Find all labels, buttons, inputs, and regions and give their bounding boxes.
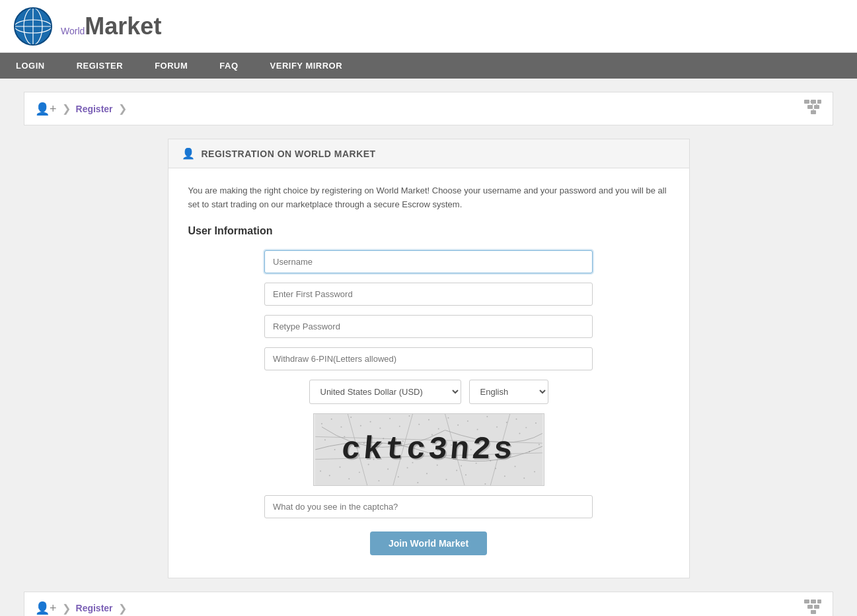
svg-point-68 (358, 471, 359, 473)
site-map-icon-bottom (803, 599, 822, 616)
section-title: User Information (188, 225, 669, 237)
nav-login[interactable]: LOGIN (0, 53, 61, 79)
svg-rect-97 (814, 605, 819, 609)
svg-rect-94 (811, 599, 816, 603)
breadcrumb-left: 👤+ ❯ Register ❯ (35, 102, 127, 116)
svg-point-64 (320, 470, 321, 471)
svg-point-36 (496, 426, 498, 427)
language-select[interactable]: English French Spanish (469, 380, 548, 404)
breadcrumb-bar-bottom: 👤+ ❯ Register ❯ (24, 592, 833, 616)
captcha-input-group (188, 495, 669, 518)
svg-point-61 (519, 432, 520, 434)
svg-point-79 (465, 474, 466, 475)
currency-select[interactable]: United States Dollar (USD) Euro (EUR) Bi… (309, 380, 461, 404)
svg-rect-10 (814, 105, 819, 109)
nav-verify-mirror[interactable]: VERIFY MIRROR (254, 53, 359, 79)
submit-row: Join World Market (188, 531, 669, 555)
svg-point-31 (447, 417, 449, 419)
svg-rect-93 (804, 599, 809, 603)
svg-point-19 (330, 418, 332, 419)
password-group (188, 283, 669, 306)
svg-point-27 (408, 415, 410, 417)
registration-card: 👤 REGISTRATION ON WORLD MARKET You are m… (168, 139, 690, 578)
svg-rect-96 (807, 605, 813, 609)
user-add-icon: 👤+ (35, 102, 57, 116)
nav-register[interactable]: REGISTER (61, 53, 139, 79)
svg-point-85 (523, 477, 525, 479)
svg-rect-8 (817, 100, 821, 104)
logo[interactable]: WorldMarket (13, 7, 161, 46)
card-body: You are making the right choice by regis… (168, 168, 689, 578)
svg-point-20 (340, 426, 342, 427)
svg-point-32 (457, 424, 459, 425)
password-input[interactable] (264, 283, 593, 306)
chevron-right-icon-2: ❯ (118, 102, 127, 115)
svg-point-84 (514, 465, 515, 467)
svg-point-86 (534, 471, 535, 472)
pin-group (188, 347, 669, 370)
svg-point-70 (378, 480, 379, 481)
breadcrumb-label-bottom: Register (76, 603, 113, 613)
svg-point-40 (535, 422, 537, 423)
svg-rect-95 (817, 599, 821, 603)
chevron-right-icon: ❯ (62, 102, 71, 115)
svg-point-22 (359, 425, 361, 426)
site-header: WorldMarket (0, 0, 857, 53)
svg-point-30 (437, 428, 439, 429)
svg-point-41 (324, 439, 325, 440)
nav-faq[interactable]: FAQ (204, 53, 254, 79)
svg-point-63 (538, 444, 539, 445)
breadcrumb-label: Register (76, 104, 113, 114)
logo-text: WorldMarket (61, 13, 161, 40)
logo-market: Market (85, 13, 161, 40)
svg-point-34 (476, 428, 478, 430)
svg-point-18 (321, 423, 322, 424)
svg-rect-6 (804, 100, 809, 104)
nav-forum[interactable]: FORUM (139, 53, 204, 79)
svg-point-71 (387, 468, 389, 469)
site-map-icon (803, 99, 822, 118)
svg-point-28 (418, 423, 420, 425)
svg-point-77 (445, 479, 447, 480)
breadcrumb-bar-top: 👤+ ❯ Register ❯ (24, 92, 833, 125)
svg-point-75 (426, 473, 428, 474)
svg-rect-98 (811, 610, 816, 614)
svg-point-42 (334, 449, 335, 450)
user-add-icon-bottom: 👤+ (35, 601, 57, 615)
svg-point-83 (503, 475, 505, 477)
svg-point-38 (515, 418, 517, 419)
svg-point-33 (466, 420, 468, 421)
navbar: LOGIN REGISTER FORUM FAQ VERIFY MIRROR (0, 53, 857, 79)
card-header: 👤 REGISTRATION ON WORLD MARKET (168, 139, 689, 168)
submit-button[interactable]: Join World Market (370, 531, 487, 555)
breadcrumb-left-bottom: 👤+ ❯ Register ❯ (35, 601, 127, 615)
svg-point-78 (456, 469, 457, 471)
card-header-icon: 👤 (182, 147, 195, 160)
retype-password-group (188, 315, 669, 338)
svg-point-35 (486, 416, 488, 417)
captcha-input[interactable] (264, 495, 593, 518)
captcha-image: cktc3n2s (313, 413, 544, 486)
svg-rect-7 (811, 100, 816, 104)
retype-password-input[interactable] (264, 315, 593, 338)
svg-point-29 (428, 419, 429, 420)
intro-text: You are making the right choice by regis… (188, 184, 669, 212)
svg-rect-11 (811, 110, 816, 114)
svg-point-81 (484, 483, 486, 485)
svg-point-65 (328, 475, 330, 476)
captcha-text: cktc3n2s (340, 432, 517, 467)
logo-world: World (61, 26, 85, 36)
svg-point-21 (350, 417, 352, 418)
svg-point-23 (369, 421, 371, 422)
svg-point-74 (417, 482, 418, 483)
chevron-right-icon-bottom2: ❯ (118, 602, 127, 615)
selects-row: United States Dollar (USD) Euro (EUR) Bi… (188, 380, 669, 404)
captcha-container: cktc3n2s (188, 413, 669, 486)
globe-icon (13, 7, 53, 46)
pin-input[interactable] (264, 347, 593, 370)
svg-point-37 (505, 421, 507, 423)
username-input[interactable] (264, 250, 593, 273)
card-header-title: REGISTRATION ON WORLD MARKET (202, 149, 376, 159)
chevron-right-icon-bottom: ❯ (62, 602, 71, 615)
username-group (188, 250, 669, 273)
